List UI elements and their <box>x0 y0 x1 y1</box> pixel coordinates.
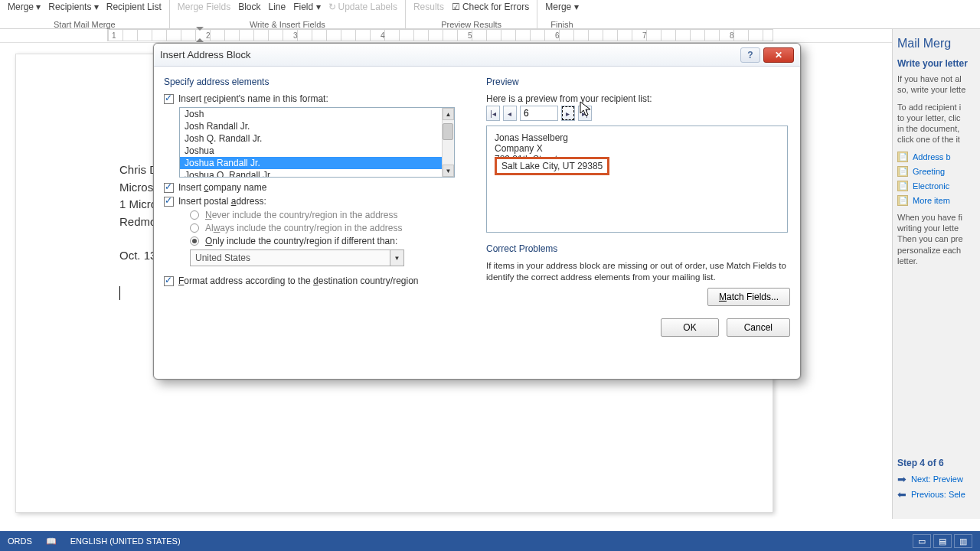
rib-update-labels: ↻ Update Labels <box>328 2 397 12</box>
rib-field[interactable]: Field ▾ <box>293 2 320 12</box>
listbox-scrollbar[interactable]: ▲ ▼ <box>442 108 454 177</box>
list-item[interactable]: Josh Randall Jr. <box>180 120 454 132</box>
sb-words[interactable]: ORDS <box>8 536 32 546</box>
next-record-button[interactable]: ▸ <box>561 106 575 121</box>
prev-record-button[interactable]: ◂ <box>503 106 517 121</box>
chk-format-country[interactable]: Format address according to the destinat… <box>164 276 474 286</box>
cancel-button[interactable]: Cancel <box>727 318 790 337</box>
more-items-icon: 📄 <box>897 195 908 206</box>
chk-postal[interactable]: Insert postal address: <box>164 196 474 207</box>
arrow-left-icon: ⬅ <box>897 488 906 500</box>
taskpane-text: If you have not al so, write your lette <box>897 73 975 96</box>
preview-line: Company X <box>495 143 779 154</box>
rib-check-errors[interactable]: ☑ Check for Errors <box>452 2 529 12</box>
greeting-icon: 📄 <box>897 166 908 177</box>
list-item[interactable]: Joshua <box>180 145 454 157</box>
list-item[interactable]: Josh <box>180 108 454 120</box>
status-bar: ORDS 📖 ENGLISH (UNITED STATES) ▭ ▤ ▥ <box>0 531 980 551</box>
radio-icon <box>190 210 199 220</box>
view-print-icon[interactable]: ▤ <box>933 534 952 548</box>
checkbox-icon <box>164 94 174 104</box>
rib-results: Results <box>413 2 444 12</box>
ruler-tick: 6 <box>555 31 560 40</box>
ruler-tick: 5 <box>468 31 472 40</box>
checkbox-icon <box>164 276 174 286</box>
scroll-down-icon[interactable]: ▼ <box>443 165 454 177</box>
rib-merge-fields: Merge Fields <box>178 2 230 12</box>
ruler-tick: 1 <box>112 31 116 40</box>
tp-link-more-items[interactable]: 📄More item <box>897 195 975 206</box>
chevron-down-icon[interactable]: ▼ <box>390 250 403 266</box>
ribbon: Merge ▾ Recipients ▾ Recipient List Star… <box>0 0 980 29</box>
text-cursor <box>119 286 120 300</box>
highlight-callout: Salt Lake City, UT 29385 <box>495 157 609 175</box>
ruler-tick: 7 <box>642 31 647 40</box>
arrow-right-icon: ➡ <box>897 473 906 485</box>
dialog-help-button[interactable]: ? <box>740 47 760 63</box>
ruler: 1 2 3 4 5 6 7 8 <box>0 29 980 43</box>
scroll-up-icon[interactable]: ▲ <box>443 108 454 120</box>
view-read-icon[interactable]: ▭ <box>913 534 931 548</box>
electronic-icon: 📄 <box>897 181 908 191</box>
preview-line: Jonas Hasselberg <box>495 132 779 143</box>
list-item-selected[interactable]: Joshua Randall Jr. <box>180 157 454 169</box>
ok-button[interactable]: OK <box>661 318 718 337</box>
ruler-tick: 8 <box>730 31 734 40</box>
dialog-close-button[interactable]: ✕ <box>763 47 794 63</box>
dialog-title: Insert Address Block <box>160 49 251 60</box>
rib-start-merge[interactable]: Merge ▾ <box>8 2 41 12</box>
list-item[interactable]: Josh Q. Randall Jr. <box>180 132 454 145</box>
insert-address-block-dialog: Insert Address Block ? ✕ Specify address… <box>153 43 801 380</box>
radio-icon <box>190 223 199 233</box>
mouse-cursor-icon <box>580 101 592 118</box>
step-label: Step 4 of 6 <box>897 458 975 468</box>
address-preview: Jonas Hasselberg Company X 789 21th Stre… <box>486 126 788 233</box>
radio-always[interactable]: Always include the country/region in the… <box>190 223 474 233</box>
rib-recipients[interactable]: Recipients ▾ <box>48 2 98 12</box>
taskpane-title: Mail Merg <box>897 37 975 51</box>
radio-never[interactable]: Never include the country/region in the … <box>190 210 474 220</box>
radio-icon <box>190 236 199 246</box>
radio-only[interactable]: Only include the country/region if diffe… <box>190 236 474 246</box>
view-web-icon[interactable]: ▥ <box>954 534 972 548</box>
rib-block[interactable]: Block <box>238 2 260 12</box>
taskpane-text: To add recipient i to your letter, clic … <box>897 102 975 145</box>
rib-grp-caption: Start Mail Merge <box>54 20 116 29</box>
match-fields-button[interactable]: Match Fields... <box>707 288 790 306</box>
chk-insert-name[interactable]: Insert recipient's name in this format: <box>164 93 474 104</box>
sb-language[interactable]: ENGLISH (UNITED STATES) <box>70 536 181 546</box>
tp-link-greeting[interactable]: 📄Greeting <box>897 166 975 177</box>
rib-recipient-list[interactable]: Recipient List <box>106 2 162 12</box>
country-value: United States <box>191 253 390 263</box>
mail-merge-task-pane: Mail Merg Write your letter If you have … <box>892 29 980 519</box>
address-block-icon: 📄 <box>897 152 908 162</box>
country-combo[interactable]: United States ▼ <box>190 249 404 266</box>
rib-grp-caption: Write & Insert Fields <box>250 20 325 29</box>
wizard-prev[interactable]: ⬅Previous: Sele <box>897 488 975 500</box>
wizard-next[interactable]: ➡Next: Preview <box>897 473 975 485</box>
rib-grp-caption: Finish <box>550 20 573 29</box>
rib-finish-merge[interactable]: Merge ▾ <box>545 2 578 12</box>
rib-grp-caption: Preview Results <box>441 20 501 29</box>
ruler-tick: 2 <box>206 31 211 40</box>
correct-heading: Correct Problems <box>486 243 790 254</box>
tp-link-address-block[interactable]: 📄Address b <box>897 152 975 162</box>
tp-link-electronic[interactable]: 📄Electronic <box>897 181 975 191</box>
list-item[interactable]: Joshua Q. Randall Jr. <box>180 169 454 178</box>
preview-heading: Preview <box>486 77 790 87</box>
ruler-tick: 3 <box>293 31 298 40</box>
correct-text: If items in your address block are missi… <box>486 260 790 283</box>
ruler-tick: 4 <box>381 31 385 40</box>
scroll-thumb[interactable] <box>443 123 453 140</box>
rib-line[interactable]: Line <box>268 2 286 12</box>
chk-company[interactable]: Insert company name <box>164 182 474 193</box>
dialog-titlebar[interactable]: Insert Address Block ? ✕ <box>154 44 800 67</box>
taskpane-text: When you have fi writing your lette Then… <box>897 212 975 266</box>
record-number-input[interactable] <box>520 106 558 121</box>
name-format-listbox[interactable]: Josh Josh Randall Jr. Josh Q. Randall Jr… <box>179 107 455 178</box>
taskpane-heading: Write your letter <box>897 58 975 69</box>
first-record-button[interactable]: |◂ <box>486 106 500 121</box>
indent-marker[interactable] <box>196 27 204 34</box>
sb-proof-icon[interactable]: 📖 <box>46 536 57 546</box>
preview-hint: Here is a preview from your recipient li… <box>486 93 790 104</box>
